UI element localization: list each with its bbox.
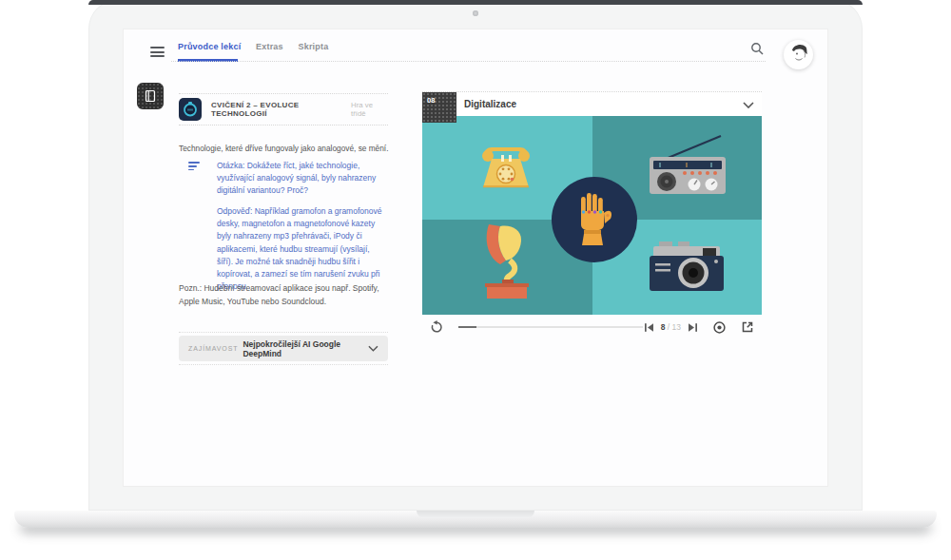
tab-pruvodce-lekci[interactable]: Průvodce lekcí — [178, 42, 241, 51]
slide-title: Digitalizace — [464, 92, 516, 117]
skip-next-icon — [688, 322, 698, 333]
replay-button[interactable] — [430, 320, 443, 334]
search-icon[interactable] — [750, 42, 764, 55]
slide-stage[interactable] — [422, 116, 762, 315]
exercise-question-text: Otázka: Dokážete říct, jaké technologie,… — [217, 160, 380, 198]
avatar-sketch-face — [784, 40, 813, 69]
laptop-mockup: Průvodce lekcí Extras Skripta — [0, 0, 951, 560]
page-separator: / — [668, 322, 670, 332]
menu-icon[interactable] — [150, 47, 165, 57]
slide-collapse-chevron-icon[interactable] — [743, 102, 754, 108]
pager: 8 / 13 — [644, 320, 754, 335]
slide-header: 08 Digitalizace — [422, 91, 762, 116]
sidebar-lesson-book-button[interactable] — [137, 83, 164, 109]
tab-bar: Průvodce lekcí Extras Skripta — [178, 42, 340, 51]
center-circle — [552, 177, 637, 262]
playback-slider[interactable] — [458, 326, 643, 328]
infinity-gauntlet-illustration — [574, 192, 614, 247]
exercise-title: CVIČENÍ 2 – EVOLUCE TECHNOLOGIÍ — [211, 101, 351, 118]
book-icon — [144, 89, 157, 103]
exercise-note-text: Pozn.: Hudební streamovací aplikace jsou… — [179, 282, 399, 308]
laptop-base — [14, 511, 937, 528]
previous-slide-button[interactable] — [644, 322, 654, 333]
header-divider — [171, 61, 766, 62]
target-icon — [712, 320, 727, 335]
exercise-timer-icon — [179, 98, 202, 121]
interest-expander[interactable]: ZAJÍMAVOST Nejpokročilejší AI Google Dee… — [179, 336, 388, 361]
interest-title: Nejpokročilejší AI Google DeepMind — [243, 339, 368, 358]
avatar[interactable] — [784, 40, 813, 69]
trackpad-notch — [417, 511, 534, 518]
slide-player: 08 Digitalizace — [422, 91, 762, 339]
exercise-card-header[interactable]: CVIČENÍ 2 – EVOLUCE TECHNOLOGIÍ Hra ve t… — [179, 93, 388, 126]
interest-section-top-divider — [179, 332, 388, 333]
chevron-down-icon — [368, 345, 378, 352]
interest-label: ZAJÍMAVOST — [188, 345, 238, 352]
tab-skripta[interactable]: Skripta — [298, 42, 328, 51]
slide-number-badge: 08 — [422, 92, 456, 123]
webcam-dot — [473, 10, 478, 16]
replay-icon — [430, 320, 443, 334]
open-fullscreen-button[interactable] — [741, 320, 754, 334]
focus-slide-button[interactable] — [712, 320, 727, 335]
open-in-new-icon — [741, 320, 754, 334]
next-slide-button[interactable] — [688, 322, 698, 333]
exercise-intro-text: Technologie, které dříve fungovaly jako … — [179, 144, 399, 153]
radio-illustration — [649, 132, 727, 195]
page-indicator: 8 / 13 — [661, 322, 681, 332]
tab-extras[interactable]: Extras — [256, 42, 283, 51]
question-list-icon — [188, 162, 200, 172]
camera-illustration — [650, 241, 724, 293]
player-controls: 8 / 13 — [422, 315, 762, 339]
gramophone-illustration — [481, 222, 534, 300]
interest-section-bottom-divider — [179, 364, 388, 365]
rotary-phone-illustration — [476, 145, 536, 190]
exercise-badge: Hra ve třídě — [351, 101, 388, 118]
exercise-answer-text: Odpověď: Například gramofon a gramofonov… — [217, 205, 384, 293]
laptop-lid: Průvodce lekcí Extras Skripta — [88, 0, 863, 511]
page-current: 8 — [661, 322, 666, 332]
player-progress-fill — [458, 326, 476, 328]
app-screen: Průvodce lekcí Extras Skripta — [123, 29, 828, 487]
page-total: 13 — [672, 322, 681, 332]
skip-previous-icon — [644, 322, 654, 333]
